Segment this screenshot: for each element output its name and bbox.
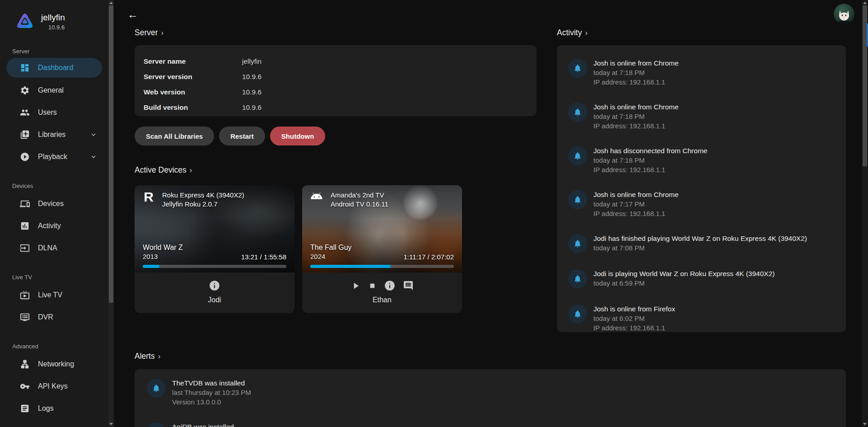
sidebar-item-logs[interactable]: Logs [0,397,108,419]
back-button[interactable]: ← [124,6,142,23]
scan-all-libraries-button[interactable]: Scan All Libraries [135,127,214,145]
chevron-down-icon[interactable] [89,153,98,161]
jellyfin-dashboard: jellyfin 10.9.6 Server Dashboard General… [0,0,868,427]
server-actions: Scan All Libraries Restart Shutdown [135,127,325,145]
client-version: Android TV 0.16.11 [331,200,388,209]
bell-icon [573,239,582,248]
play-icon[interactable] [350,281,361,291]
sidebar-item-label: Libraries [38,131,65,139]
message-icon[interactable] [403,280,414,291]
activity-item: Josh has disconnected from Chrome today … [568,146,837,174]
alerts-panel: TheTVDB was installed last Thursday at 1… [135,369,846,427]
media-title: World War Z [143,243,183,252]
playback-progress-fill [143,265,159,268]
sidebar-item-dlna[interactable]: DLNA [0,237,108,259]
server-section-heading[interactable]: Server › [135,28,163,38]
scroll-up-arrow-icon[interactable] [109,2,113,4]
sidebar-item-label: Live TV [38,291,62,299]
networking-icon [20,359,30,369]
app-brand: jellyfin 10.9.6 [0,0,108,31]
app-name: jellyfin [41,13,65,23]
chevron-right-icon: › [158,352,161,361]
active-device-card-androidtv[interactable]: Amanda's 2nd TV Android TV 0.16.11 The F… [302,185,462,313]
jellyfin-logo-icon [15,12,34,31]
notification-avatar [568,305,587,324]
dlna-icon [20,243,30,253]
sidebar-scrollbar-thumb[interactable] [109,5,113,303]
activity-item: Josh is online from Chrome today at 7:17… [568,190,837,218]
notification-avatar [568,269,587,288]
sidebar-item-label: Networking [38,360,74,368]
sidebar-item-live-tv[interactable]: Live TV [0,284,108,306]
libraries-icon [20,130,30,140]
build-version-row: Build version 10.9.6 [144,100,527,115]
user-avatar[interactable] [834,4,854,24]
sidebar-item-networking[interactable]: Networking [0,353,108,375]
sidebar-item-users[interactable]: Users [0,101,108,123]
info-icon[interactable] [384,280,396,291]
sidebar-item-label: Dashboard [38,64,73,72]
media-year: 2013 [143,252,183,261]
sidebar-item-label: Logs [38,404,54,413]
alerts-heading[interactable]: Alerts › [135,352,160,361]
sidebar-item-dvr[interactable]: DVR [0,306,108,328]
sidebar-item-label: Playback [38,153,67,161]
activity-item: Jodi has finished playing World War Z on… [568,234,837,253]
sidebar-item-label: Activity [38,222,61,230]
sidebar-item-dashboard[interactable]: Dashboard [6,58,102,78]
restart-button[interactable]: Restart [219,127,265,145]
sidebar-item-label: DLNA [38,244,57,252]
scroll-down-arrow-icon[interactable] [863,423,867,425]
sidebar-section-livetv: Live TV [12,274,108,281]
scroll-down-arrow-icon[interactable] [109,423,113,425]
sidebar-item-api-keys[interactable]: API Keys [0,375,108,397]
notification-avatar [147,422,166,427]
sidebar-item-activity[interactable]: Activity [0,215,108,237]
activity-item: Josh is online from Chrome today at 7:18… [568,59,837,86]
info-icon[interactable] [209,280,220,291]
live-tv-icon [20,290,30,300]
dashboard-icon [20,63,30,73]
chevron-right-icon: › [585,28,588,38]
chevron-down-icon[interactable] [89,131,98,139]
server-name-row: Server name jellyfin [144,54,527,69]
activity-item: Josh is online from Chrome today at 7:18… [568,103,837,130]
notification-avatar [568,190,587,209]
now-playing-backdrop: R Roku Express 4K (3940X2) Jellyfin Roku… [135,185,294,272]
stop-icon[interactable] [368,282,377,290]
alert-item: AniDB was installed [147,422,846,427]
bell-icon [573,64,582,73]
server-info-card: Server name jellyfin Server version 10.9… [135,45,537,116]
bell-icon [573,195,582,204]
scroll-up-arrow-icon[interactable] [863,2,867,4]
sidebar-item-label: DVR [38,313,53,321]
chevron-right-icon: › [161,28,164,38]
shutdown-button[interactable]: Shutdown [270,127,325,145]
now-playing-backdrop: Amanda's 2nd TV Android TV 0.16.11 The F… [302,185,462,272]
activity-item: Josh is online from Firefox today at 6:0… [568,305,837,332]
playback-time: 13:21 / 1:55:58 [241,253,286,261]
sidebar-item-label: Users [38,108,57,117]
activity-panel: Josh is online from Chrome today at 7:18… [557,45,846,332]
sidebar-item-general[interactable]: General [0,79,108,101]
bell-icon [573,310,582,319]
sidebar-scrollbar[interactable] [108,0,114,427]
notification-avatar [568,234,587,253]
activity-icon [20,221,30,231]
sidebar-item-libraries[interactable]: Libraries [0,123,108,145]
sidebar-item-label: API Keys [38,382,68,390]
logs-icon [20,404,30,413]
bell-icon [573,151,582,160]
main-scrollbar[interactable] [862,0,868,427]
alert-item: TheTVDB was installed last Thursday at 1… [147,379,846,406]
activity-item: Jodi is playing World War Z on Roku Expr… [568,269,837,288]
playback-progress-bar [143,265,286,268]
activity-heading[interactable]: Activity › [557,28,588,38]
active-devices-heading[interactable]: Active Devices › [135,165,192,175]
sidebar-item-playback[interactable]: Playback [0,145,108,168]
app-version: 10.9.6 [48,24,65,31]
sidebar-section-devices: Devices [12,183,108,190]
cat-avatar-image [834,4,854,24]
active-device-card-roku[interactable]: R Roku Express 4K (3940X2) Jellyfin Roku… [135,185,294,313]
sidebar-item-devices[interactable]: Devices [0,192,108,215]
